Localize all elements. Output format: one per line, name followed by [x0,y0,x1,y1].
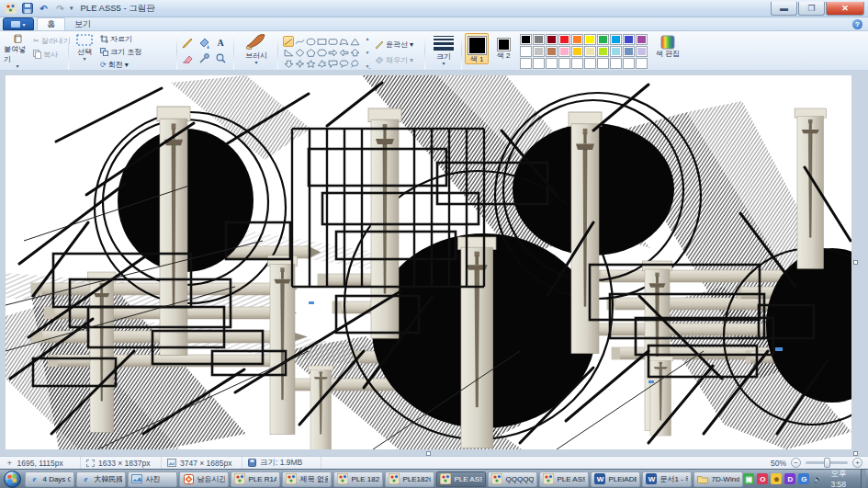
palette-empty-slot[interactable] [520,58,532,69]
canvas-resize-handle-right[interactable] [853,260,858,265]
shape-polygon-icon[interactable] [338,36,349,47]
taskbar-button[interactable]: 7D-Window... [693,471,743,487]
crop-button[interactable]: 자르기 [100,33,141,44]
paste-button[interactable]: 붙여넣기 ▾ [4,32,31,69]
shape-triangle-icon[interactable] [349,36,360,47]
shape-callout-rect-icon[interactable] [327,58,338,69]
rotate-button[interactable]: ⟳ 회전▾ [100,59,141,70]
show-desktop-button[interactable] [861,470,866,488]
volume-tray-icon[interactable]: 🔉 [812,473,823,484]
tab-view[interactable]: 보기 [65,17,100,30]
shape-rectangle-icon[interactable] [316,36,327,47]
outline-button[interactable]: 윤곽선▾ [375,39,413,50]
taskbar-button[interactable]: PLE 182C1 -... [333,471,383,487]
close-button[interactable]: ✕ [826,2,864,16]
palette-color[interactable] [533,46,545,57]
taskbar-button[interactable]: e大韓民國的... [76,471,126,487]
gom-app-tray-icon[interactable]: G [798,473,809,484]
size-button[interactable]: 크기 ▾ [428,31,459,68]
fill-tool[interactable] [197,36,211,50]
scroll-down-icon[interactable]: ▼ [366,50,370,55]
palette-color[interactable] [520,46,532,57]
shape-pentagon-icon[interactable] [305,47,316,58]
resize-button[interactable]: 크기 조정 [100,46,141,57]
gallery-expand-icon[interactable]: ▼̲ [366,63,370,69]
palette-empty-slot[interactable] [597,58,609,69]
shape-oval-icon[interactable] [305,36,316,47]
restore-button[interactable]: ❐ [798,2,825,16]
eraser-tool[interactable] [180,51,195,65]
palette-color[interactable] [623,34,635,45]
shape-fill-button[interactable]: 채우기▾ [375,54,413,65]
shape-star-5-icon[interactable] [305,58,316,69]
palette-color[interactable] [636,34,648,45]
text-tool[interactable]: A [213,36,228,50]
palette-color[interactable] [584,46,596,57]
palette-color[interactable] [623,46,635,57]
shape-callout-oval-icon[interactable] [338,58,349,69]
palette-color[interactable] [558,34,570,45]
redo-icon[interactable]: ↷ [53,2,67,15]
palette-color[interactable] [584,34,596,45]
scroll-up-icon[interactable]: ▲ [366,36,370,41]
zoom-slider-thumb[interactable] [824,458,830,468]
taskbar-button[interactable]: 사진 [128,471,177,487]
shape-star-4-icon[interactable] [294,58,305,69]
palette-color[interactable] [610,34,622,45]
d-app-tray-icon[interactable]: D [784,473,795,484]
palette-color[interactable] [546,34,558,45]
palette-color[interactable] [533,34,545,45]
palette-color[interactable] [571,46,583,57]
taskbar-button[interactable]: 제목 없음2 -... [282,471,332,487]
palette-empty-slot[interactable] [636,58,648,69]
zoom-in-button[interactable]: + [852,458,862,468]
palette-color[interactable] [597,34,609,45]
color-picker-tool[interactable] [197,51,211,65]
taskbar-button[interactable]: W문서1 - 워드... [642,471,692,487]
paint-canvas[interactable] [6,75,851,449]
taskbar-button[interactable]: 남은시간 : 0... [179,471,229,487]
green-app-tray-icon[interactable]: ▣ [743,473,754,484]
color2-button[interactable]: 색 2 [491,33,515,60]
undo-icon[interactable]: ↶ [37,2,51,15]
taskbar-button[interactable]: PLE ASS5 - ... [436,471,486,487]
paint-menu-button[interactable]: ▾ [3,17,34,30]
zoom-out-button[interactable]: − [791,458,801,468]
save-icon[interactable] [20,2,34,15]
shape-right-triangle-icon[interactable] [283,47,294,58]
minimize-button[interactable]: ▬ [771,2,797,16]
shape-line-icon[interactable] [283,36,294,47]
palette-empty-slot[interactable] [610,58,622,69]
taskbar-button[interactable]: PLE R1AF1 -... [231,471,280,487]
shape-arrow-right-icon[interactable] [327,47,338,58]
palette-color[interactable] [571,34,583,45]
shape-callout-cloud-icon[interactable] [349,58,360,69]
clock[interactable]: 오후 3:58 [826,469,857,488]
palette-color[interactable] [636,46,648,57]
taskbar-button[interactable]: QQQQQ111... [488,471,537,487]
shapes-scrollbar[interactable]: ▲▼▼̲ [364,36,371,69]
palette-empty-slot[interactable] [623,58,635,69]
palette-empty-slot[interactable] [558,58,570,69]
shape-arrow-left-icon[interactable] [338,47,349,58]
copy-button[interactable]: 복사 [33,49,71,60]
taskbar-button[interactable]: WPLEiADES원... [591,471,640,487]
palette-empty-slot[interactable] [546,58,558,69]
palette-color[interactable] [558,46,570,57]
shape-diamond-icon[interactable] [294,47,305,58]
palette-color[interactable] [610,46,622,57]
customize-qat-icon[interactable]: ▾ [70,5,73,12]
cut-button[interactable]: ✂잘라내기 [33,35,71,46]
shape-hexagon-icon[interactable] [316,47,327,58]
taskbar-button[interactable]: PLE182C4 - ... [385,471,434,487]
title-bar[interactable]: ↶ ↷ ▾ PLE ASS5 - 그림판 ▬ ❐ ✕ [0,0,868,17]
palette-color[interactable] [597,46,609,57]
pencil-tool[interactable] [180,36,195,50]
palette-color[interactable] [520,34,532,45]
select-button[interactable]: 선택 ▾ [72,32,97,69]
shape-curve-icon[interactable] [294,36,305,47]
magnifier-tool[interactable] [213,51,228,65]
start-button[interactable] [2,471,23,488]
taskbar-button[interactable]: PLE ASS2C2... [539,471,589,487]
taskbar-button[interactable]: e4 Days Gree... [25,471,74,487]
